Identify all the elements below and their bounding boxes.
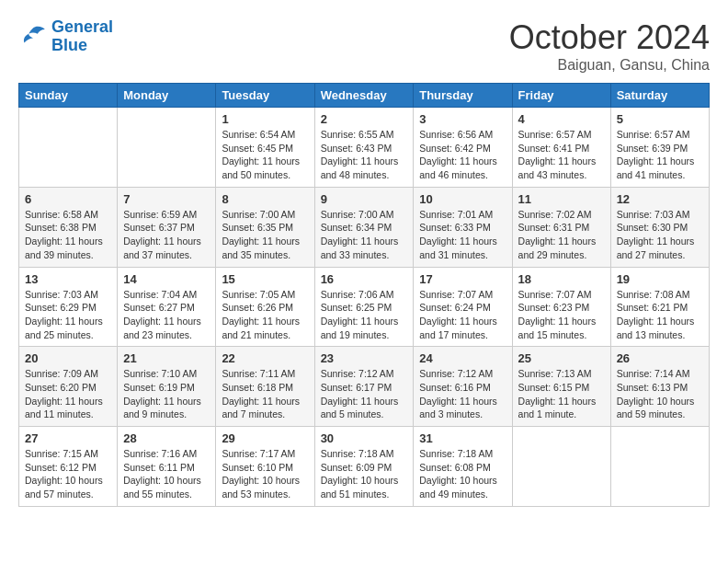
cell-content: Sunrise: 6:58 AMSunset: 6:38 PMDaylight:…: [25, 208, 111, 262]
sunrise-text: Sunrise: 7:03 AM: [25, 289, 98, 300]
header-sunday: Sunday: [19, 84, 118, 108]
cell-content: Sunrise: 7:12 AMSunset: 6:17 PMDaylight:…: [321, 367, 408, 421]
sunrise-text: Sunrise: 7:18 AM: [321, 448, 394, 459]
cell-content: Sunrise: 7:12 AMSunset: 6:16 PMDaylight:…: [419, 367, 506, 421]
daylight-text: Daylight: 10 hours and 53 minutes.: [222, 475, 300, 500]
header-wednesday: Wednesday: [314, 84, 414, 108]
day-number: 22: [222, 351, 308, 365]
cell-content: Sunrise: 7:13 AMSunset: 6:15 PMDaylight:…: [518, 367, 605, 421]
table-row: [19, 108, 118, 188]
table-row: 12Sunrise: 7:03 AMSunset: 6:30 PMDayligh…: [610, 187, 709, 267]
daylight-text: Daylight: 11 hours and 48 minutes.: [321, 155, 399, 180]
daylight-text: Daylight: 11 hours and 37 minutes.: [123, 236, 201, 260]
table-row: 31Sunrise: 7:18 AMSunset: 6:08 PMDayligh…: [414, 427, 512, 507]
sunset-text: Sunset: 6:35 PM: [222, 222, 293, 233]
day-number: 17: [419, 272, 506, 286]
sunrise-text: Sunrise: 7:06 AM: [321, 289, 394, 300]
sunset-text: Sunset: 6:45 PM: [222, 143, 293, 154]
daylight-text: Daylight: 10 hours and 57 minutes.: [25, 475, 103, 500]
week-row-3: 13Sunrise: 7:03 AMSunset: 6:29 PMDayligh…: [19, 267, 710, 347]
sunset-text: Sunset: 6:30 PM: [617, 222, 688, 233]
table-row: 21Sunrise: 7:10 AMSunset: 6:19 PMDayligh…: [118, 347, 216, 427]
day-number: 27: [25, 431, 111, 445]
table-row: 5Sunrise: 6:57 AMSunset: 6:39 PMDaylight…: [610, 108, 709, 188]
calendar-table: Sunday Monday Tuesday Wednesday Thursday…: [18, 83, 710, 507]
daylight-text: Daylight: 11 hours and 15 minutes.: [518, 316, 597, 340]
sunset-text: Sunset: 6:11 PM: [123, 462, 195, 473]
table-row: 26Sunrise: 7:14 AMSunset: 6:13 PMDayligh…: [610, 347, 709, 427]
table-row: 23Sunrise: 7:12 AMSunset: 6:17 PMDayligh…: [314, 347, 414, 427]
table-row: 6Sunrise: 6:58 AMSunset: 6:38 PMDaylight…: [19, 187, 118, 267]
cell-content: Sunrise: 6:59 AMSunset: 6:37 PMDaylight:…: [123, 208, 210, 262]
week-row-4: 20Sunrise: 7:09 AMSunset: 6:20 PMDayligh…: [19, 347, 710, 427]
sunrise-text: Sunrise: 7:08 AM: [617, 289, 690, 300]
daylight-text: Daylight: 10 hours and 51 minutes.: [321, 475, 399, 500]
table-row: 1Sunrise: 6:54 AMSunset: 6:45 PMDaylight…: [216, 108, 314, 188]
sunrise-text: Sunrise: 6:55 AM: [321, 129, 394, 140]
table-row: 7Sunrise: 6:59 AMSunset: 6:37 PMDaylight…: [118, 187, 216, 267]
table-row: 25Sunrise: 7:13 AMSunset: 6:15 PMDayligh…: [512, 347, 610, 427]
day-number: 11: [518, 192, 605, 206]
table-row: [610, 427, 709, 507]
daylight-text: Daylight: 11 hours and 35 minutes.: [222, 236, 300, 260]
daylight-text: Daylight: 11 hours and 17 minutes.: [419, 316, 497, 340]
day-number: 14: [123, 272, 210, 286]
sunset-text: Sunset: 6:39 PM: [617, 143, 688, 154]
day-number: 20: [25, 351, 111, 365]
sunrise-text: Sunrise: 7:14 AM: [617, 368, 690, 379]
daylight-text: Daylight: 11 hours and 31 minutes.: [419, 236, 497, 260]
daylight-text: Daylight: 11 hours and 33 minutes.: [321, 236, 399, 260]
header-friday: Friday: [512, 84, 610, 108]
cell-content: Sunrise: 7:07 AMSunset: 6:23 PMDaylight:…: [518, 288, 605, 342]
day-number: 5: [617, 112, 703, 126]
cell-content: Sunrise: 7:07 AMSunset: 6:24 PMDaylight:…: [419, 288, 506, 342]
sunset-text: Sunset: 6:23 PM: [518, 302, 590, 313]
cell-content: Sunrise: 6:56 AMSunset: 6:42 PMDaylight:…: [419, 128, 506, 182]
day-number: 8: [222, 192, 308, 206]
day-number: 4: [518, 112, 605, 126]
daylight-text: Daylight: 11 hours and 23 minutes.: [123, 316, 201, 340]
cell-content: Sunrise: 7:02 AMSunset: 6:31 PMDaylight:…: [518, 208, 605, 262]
day-number: 31: [419, 431, 506, 445]
table-row: [118, 108, 216, 188]
sunrise-text: Sunrise: 7:11 AM: [222, 368, 295, 379]
sunset-text: Sunset: 6:29 PM: [25, 302, 97, 313]
cell-content: Sunrise: 7:17 AMSunset: 6:10 PMDaylight:…: [222, 447, 308, 501]
sunset-text: Sunset: 6:12 PM: [25, 462, 97, 473]
day-number: 25: [518, 351, 605, 365]
month-title: October 2024: [509, 18, 710, 57]
sunset-text: Sunset: 6:18 PM: [222, 382, 293, 393]
cell-content: Sunrise: 7:00 AMSunset: 6:34 PMDaylight:…: [321, 208, 408, 262]
sunrise-text: Sunrise: 7:07 AM: [419, 289, 493, 300]
cell-content: Sunrise: 6:57 AMSunset: 6:41 PMDaylight:…: [518, 128, 605, 182]
daylight-text: Daylight: 11 hours and 3 minutes.: [419, 396, 497, 420]
cell-content: Sunrise: 7:09 AMSunset: 6:20 PMDaylight:…: [25, 367, 111, 421]
table-row: 18Sunrise: 7:07 AMSunset: 6:23 PMDayligh…: [512, 267, 610, 347]
cell-content: Sunrise: 7:03 AMSunset: 6:29 PMDaylight:…: [25, 288, 111, 342]
sunrise-text: Sunrise: 7:07 AM: [518, 289, 592, 300]
sunrise-text: Sunrise: 7:16 AM: [123, 448, 197, 459]
sunset-text: Sunset: 6:31 PM: [518, 222, 590, 233]
daylight-text: Daylight: 11 hours and 27 minutes.: [617, 236, 695, 260]
logo-icon: [18, 22, 48, 52]
logo-line2: Blue: [51, 36, 87, 54]
sunset-text: Sunset: 6:43 PM: [321, 143, 392, 154]
week-row-5: 27Sunrise: 7:15 AMSunset: 6:12 PMDayligh…: [19, 427, 710, 507]
week-row-1: 1Sunrise: 6:54 AMSunset: 6:45 PMDaylight…: [19, 108, 710, 188]
table-row: 9Sunrise: 7:00 AMSunset: 6:34 PMDaylight…: [314, 187, 414, 267]
day-number: 23: [321, 351, 408, 365]
cell-content: Sunrise: 7:00 AMSunset: 6:35 PMDaylight:…: [222, 208, 308, 262]
daylight-text: Daylight: 11 hours and 46 minutes.: [419, 155, 497, 180]
sunrise-text: Sunrise: 7:09 AM: [25, 368, 98, 379]
logo: General Blue: [18, 18, 113, 55]
day-number: 13: [25, 272, 111, 286]
sunrise-text: Sunrise: 6:54 AM: [222, 129, 295, 140]
daylight-text: Daylight: 11 hours and 43 minutes.: [518, 155, 597, 180]
logo-line1: General: [51, 17, 113, 36]
cell-content: Sunrise: 6:55 AMSunset: 6:43 PMDaylight:…: [321, 128, 408, 182]
day-number: 1: [222, 112, 308, 126]
header-tuesday: Tuesday: [216, 84, 314, 108]
daylight-text: Daylight: 11 hours and 7 minutes.: [222, 396, 300, 420]
table-row: 28Sunrise: 7:16 AMSunset: 6:11 PMDayligh…: [118, 427, 216, 507]
day-number: 10: [419, 192, 506, 206]
